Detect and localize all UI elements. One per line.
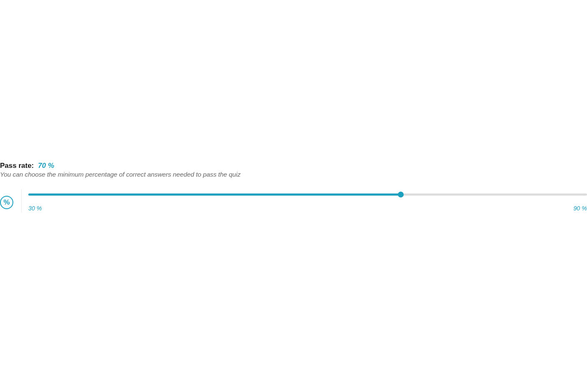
percent-icon-wrap: %: [0, 189, 22, 212]
pass-rate-slider[interactable]: [28, 192, 587, 197]
slider-max-label: 90 %: [573, 205, 587, 212]
pass-rate-label: Pass rate:: [0, 162, 34, 170]
percent-icon: %: [0, 196, 13, 209]
pass-rate-value: 70 %: [38, 162, 54, 170]
pass-rate-section: Pass rate: 70 % You can choose the minim…: [0, 162, 587, 212]
slider-range-labels: 30 % 90 %: [28, 205, 587, 212]
percent-icon-glyph: %: [3, 198, 10, 207]
slider-min-label: 30 %: [28, 205, 42, 212]
pass-rate-slider-row: % 30 % 90 %: [0, 189, 587, 212]
slider-track-fill: [28, 194, 401, 196]
pass-rate-description: You can choose the minimum percentage of…: [0, 171, 587, 178]
pass-rate-header: Pass rate: 70 %: [0, 162, 587, 170]
slider-thumb[interactable]: [398, 192, 404, 197]
pass-rate-slider-area: 30 % 90 %: [22, 189, 587, 212]
